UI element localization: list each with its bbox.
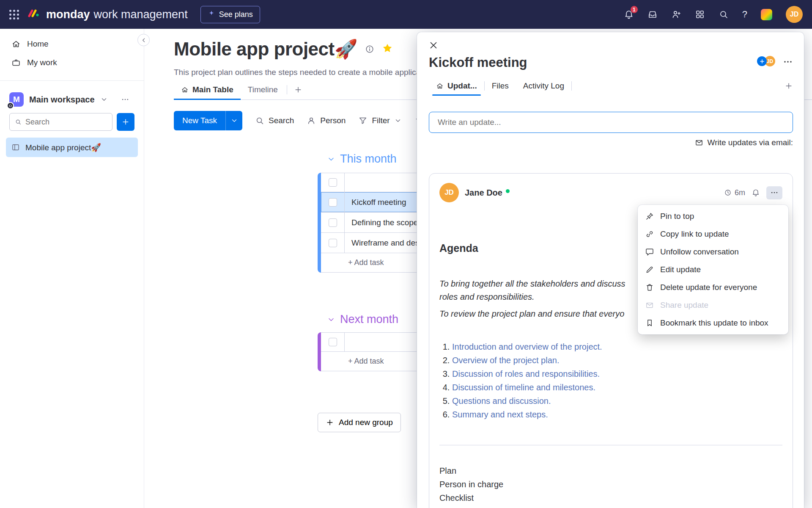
link-icon bbox=[645, 230, 654, 238]
product-switcher-icon[interactable] bbox=[761, 9, 772, 20]
notification-badge: 1 bbox=[630, 6, 638, 14]
sidebar-search-row bbox=[0, 109, 144, 131]
agenda-list-item: Discussion of timeline and milestones. bbox=[452, 381, 782, 394]
update-more-button[interactable] bbox=[766, 186, 782, 199]
agenda-link[interactable]: Questions and discussion. bbox=[452, 396, 551, 406]
speech-bubble-icon bbox=[645, 248, 654, 256]
add-new-group-button[interactable]: Add new group bbox=[318, 413, 401, 432]
row-checkbox[interactable] bbox=[329, 198, 337, 207]
search-icon[interactable] bbox=[719, 9, 729, 19]
menu-item-bookmark-update[interactable]: Bookmark this update to inbox bbox=[638, 314, 788, 332]
update-bell-icon[interactable] bbox=[752, 188, 760, 197]
toolbar-search[interactable]: Search bbox=[255, 116, 294, 125]
search-icon bbox=[255, 116, 264, 125]
tab-main-table[interactable]: Main Table bbox=[174, 80, 241, 100]
sidebar: Home My work M Main workspace Mob bbox=[0, 29, 144, 508]
trash-icon bbox=[645, 283, 654, 292]
tab-files[interactable]: Files bbox=[485, 76, 516, 96]
chevron-down-icon bbox=[394, 117, 402, 124]
sidebar-search-box[interactable] bbox=[9, 113, 112, 131]
workspace-more-icon[interactable] bbox=[121, 95, 129, 104]
menu-item-label: Edit update bbox=[660, 265, 701, 274]
group-header-next-month[interactable]: Next month bbox=[327, 313, 398, 326]
tab-timeline[interactable]: Timeline bbox=[241, 80, 285, 100]
briefcase-icon bbox=[11, 58, 21, 67]
plus-icon bbox=[121, 118, 130, 126]
group-color-bar bbox=[318, 332, 321, 371]
user-avatar[interactable]: JD bbox=[786, 6, 803, 23]
workspace-home-badge-icon bbox=[7, 102, 14, 109]
footer-line: Plan bbox=[439, 464, 782, 478]
favorite-star-icon[interactable] bbox=[382, 43, 393, 55]
select-all-checkbox[interactable] bbox=[329, 178, 337, 187]
add-tab-button[interactable] bbox=[785, 82, 793, 90]
menu-item-unfollow-conversation[interactable]: Unfollow conversation bbox=[638, 243, 788, 261]
workspace-row[interactable]: M Main workspace bbox=[0, 90, 144, 109]
menu-item-label: Delete update for everyone bbox=[660, 283, 757, 292]
menu-item-edit-update[interactable]: Edit update bbox=[638, 261, 788, 279]
apps-grid-icon[interactable] bbox=[9, 10, 19, 19]
agenda-link[interactable]: Discussion of timeline and milestones. bbox=[452, 383, 595, 392]
add-subscriber-button[interactable] bbox=[757, 56, 767, 66]
chevron-down-icon[interactable] bbox=[100, 96, 108, 103]
plus-icon bbox=[294, 86, 302, 94]
menu-item-label: Bookmark this update to inbox bbox=[660, 318, 768, 328]
toolbar-filter[interactable]: Filter bbox=[358, 116, 401, 125]
task-name[interactable]: Defining the scope bbox=[351, 218, 418, 227]
toolbar-filter-label: Filter bbox=[372, 116, 390, 125]
row-checkbox[interactable] bbox=[329, 218, 337, 227]
add-view-button[interactable] bbox=[289, 86, 307, 94]
menu-item-label: Share update bbox=[660, 301, 708, 310]
menu-item-pin-to-top[interactable]: Pin to top bbox=[638, 207, 788, 225]
email-updates-hint[interactable]: Write updates via email: bbox=[695, 138, 793, 147]
agenda-link[interactable]: Discussion of roles and responsibilities… bbox=[452, 369, 600, 378]
apps-marketplace-icon[interactable] bbox=[695, 9, 705, 19]
update-composer[interactable] bbox=[429, 112, 793, 133]
add-board-button[interactable] bbox=[117, 113, 134, 131]
update-divider bbox=[439, 445, 782, 445]
board-toolbar: New Task Search Person Filter bbox=[174, 111, 424, 130]
tab-label: Main Table bbox=[192, 85, 233, 94]
tab-label: Files bbox=[492, 81, 509, 91]
menu-item-share-update: Share update bbox=[638, 296, 788, 314]
help-icon[interactable]: ? bbox=[742, 9, 747, 20]
agenda-link[interactable]: Overview of the project plan. bbox=[452, 356, 559, 365]
chevron-down-icon bbox=[230, 117, 238, 124]
panel-more-icon[interactable] bbox=[783, 57, 793, 67]
new-task-button[interactable]: New Task bbox=[174, 111, 242, 130]
tab-divider bbox=[287, 85, 287, 94]
close-icon[interactable] bbox=[429, 41, 438, 50]
select-all-checkbox[interactable] bbox=[329, 338, 337, 346]
update-timestamp: 6m bbox=[724, 188, 745, 197]
menu-item-copy-link[interactable]: Copy link to update bbox=[638, 225, 788, 243]
chevron-down-icon[interactable] bbox=[327, 315, 335, 324]
author-avatar[interactable]: JD bbox=[439, 183, 459, 202]
see-plans-button[interactable]: See plans bbox=[200, 6, 260, 23]
tab-activity-log[interactable]: Activity Log bbox=[516, 76, 571, 96]
menu-item-delete-update[interactable]: Delete update for everyone bbox=[638, 279, 788, 296]
info-icon[interactable] bbox=[365, 44, 374, 54]
sidebar-board-item[interactable]: Mobile app project🚀 bbox=[6, 138, 138, 157]
topbar: monday work management See plans 1 ? JD bbox=[0, 0, 812, 29]
chevron-down-icon[interactable] bbox=[327, 155, 335, 163]
toolbar-person-filter[interactable]: Person bbox=[307, 116, 346, 125]
sidebar-collapse-button[interactable] bbox=[137, 34, 150, 46]
update-composer-input[interactable] bbox=[438, 118, 784, 127]
row-checkbox[interactable] bbox=[329, 239, 337, 247]
sparkle-icon bbox=[208, 10, 215, 19]
sidebar-search-input[interactable] bbox=[25, 118, 107, 127]
tab-updates[interactable]: Updat... bbox=[429, 76, 484, 96]
home-icon bbox=[11, 39, 21, 49]
agenda-link[interactable]: Summary and next steps. bbox=[452, 410, 548, 419]
sidebar-item-my-work[interactable]: My work bbox=[0, 53, 144, 72]
inbox-tray-icon[interactable] bbox=[647, 9, 658, 19]
notifications-bell-icon[interactable]: 1 bbox=[624, 9, 634, 19]
board-title[interactable]: Mobile app project🚀 bbox=[174, 38, 357, 60]
sidebar-item-home[interactable]: Home bbox=[0, 35, 144, 53]
task-name[interactable]: Kickoff meeting bbox=[351, 198, 406, 207]
invite-members-icon[interactable] bbox=[671, 9, 681, 19]
new-task-dropdown[interactable] bbox=[225, 111, 242, 130]
agenda-link[interactable]: Introduction and overview of the project… bbox=[452, 342, 602, 351]
agenda-list: Introduction and overview of the project… bbox=[439, 340, 782, 421]
group-header-this-month[interactable]: This month bbox=[327, 152, 397, 166]
